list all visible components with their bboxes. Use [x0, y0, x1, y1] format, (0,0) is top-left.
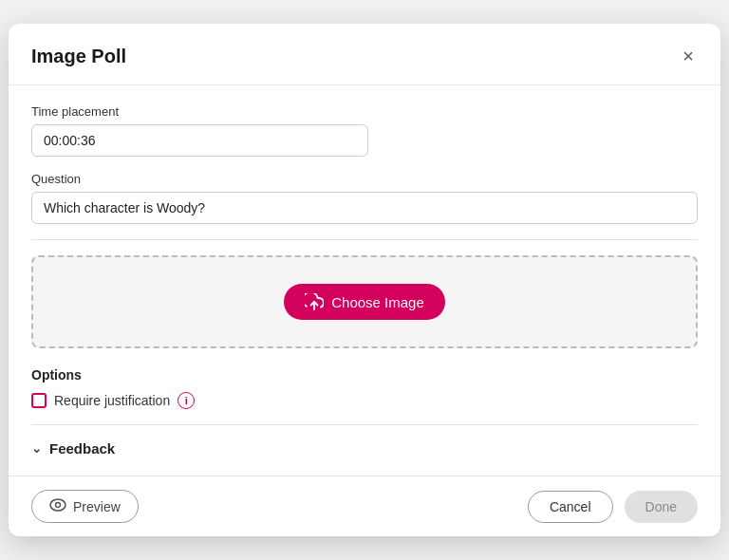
eye-icon: [49, 498, 66, 514]
time-placement-group: Time placement: [31, 104, 698, 157]
footer-right: Cancel Done: [528, 491, 698, 523]
dialog-body: Time placement Question Choose Image: [9, 85, 720, 476]
question-label: Question: [31, 172, 698, 186]
image-poll-dialog: Image Poll × Time placement Question: [9, 24, 720, 536]
question-group: Question: [31, 172, 698, 224]
choose-image-label: Choose Image: [331, 294, 424, 310]
upload-icon: [305, 293, 324, 310]
feedback-toggle-button[interactable]: ⌄ Feedback: [31, 440, 115, 457]
svg-point-0: [50, 499, 65, 511]
require-justification-row: Require justification i: [31, 392, 698, 409]
require-justification-checkbox[interactable]: [31, 393, 47, 408]
options-title: Options: [31, 367, 698, 383]
divider-1: [31, 239, 698, 240]
time-placement-input[interactable]: [31, 124, 368, 157]
time-placement-label: Time placement: [31, 104, 698, 119]
preview-label: Preview: [73, 499, 121, 514]
image-drop-zone[interactable]: Choose Image: [31, 255, 698, 348]
dialog-footer: Preview Cancel Done: [9, 476, 720, 536]
done-button: Done: [625, 491, 698, 523]
options-section: Options Require justification i: [31, 367, 698, 409]
dialog-header: Image Poll ×: [9, 24, 720, 85]
feedback-section: ⌄ Feedback: [31, 440, 698, 457]
require-justification-label: Require justification: [54, 393, 170, 408]
chevron-down-icon: ⌄: [31, 441, 42, 456]
feedback-label: Feedback: [49, 440, 115, 457]
info-icon[interactable]: i: [178, 392, 195, 409]
choose-image-button[interactable]: Choose Image: [284, 284, 445, 320]
dialog-title: Image Poll: [31, 46, 126, 67]
svg-point-1: [56, 503, 61, 508]
divider-2: [31, 424, 698, 425]
close-button[interactable]: ×: [679, 43, 698, 69]
question-input[interactable]: [31, 192, 698, 224]
preview-button[interactable]: Preview: [31, 490, 139, 523]
cancel-button[interactable]: Cancel: [528, 491, 613, 523]
